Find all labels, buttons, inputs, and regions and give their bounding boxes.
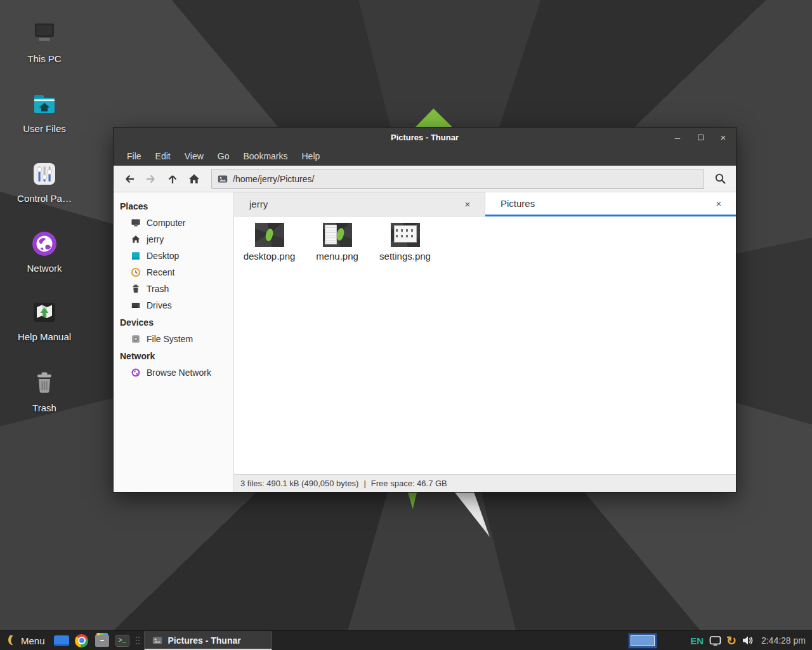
tab-pictures[interactable]: Pictures ×: [485, 192, 736, 216]
home-icon: [188, 173, 200, 184]
trash-icon: [10, 368, 79, 399]
sidebar-item-label: Desktop: [147, 251, 179, 261]
menu-bookmarks[interactable]: Bookmarks: [236, 148, 294, 164]
drive-icon: [131, 300, 141, 310]
sidebar-item-desktop[interactable]: Desktop: [114, 248, 233, 264]
sidebar-item-trash[interactable]: Trash: [114, 281, 233, 297]
sidebar-header-devices: Devices: [114, 314, 233, 331]
control-panel-icon: [10, 159, 79, 189]
image-thumbnail: [255, 223, 284, 247]
speaker-icon: [742, 635, 754, 646]
file-manager-launcher[interactable]: [92, 631, 112, 650]
sidebar-item-jerry[interactable]: jerry: [114, 231, 233, 248]
display-tray-button[interactable]: [709, 635, 721, 646]
mint-menu-icon: [5, 634, 16, 647]
sidebar-item-label: Computer: [147, 218, 185, 228]
taskbar-window-button[interactable]: Pictures - Thunar: [144, 631, 272, 650]
sidebar-item-label: Browse Network: [147, 368, 211, 378]
path-field[interactable]: /home/jerry/Pictures/: [211, 169, 704, 189]
window-mainpane: jerry × Pictures × desktop.png: [234, 192, 736, 492]
applications-menu-button[interactable]: Menu: [0, 631, 51, 650]
tab-jerry[interactable]: jerry ×: [234, 192, 485, 216]
taskbar-window-label: Pictures - Thunar: [168, 635, 241, 646]
active-workspace: [631, 635, 655, 646]
show-desktop-launcher[interactable]: [51, 631, 72, 650]
desktop-icon-help-manual[interactable]: Help Manual: [10, 297, 79, 342]
back-arrow-icon: [124, 174, 135, 184]
menu-view[interactable]: View: [178, 148, 211, 164]
sidebar-item-label: Trash: [147, 284, 169, 294]
close-button[interactable]: ×: [718, 132, 728, 142]
tasklist-grip-handle[interactable]: [133, 637, 143, 644]
window-sidebar: Places Computer jerry Desktop Recent: [114, 192, 234, 492]
image-thumbnail: [323, 223, 352, 247]
desktop-icon-this-pc[interactable]: This PC: [10, 19, 79, 64]
file-item-desktop-png[interactable]: desktop.png: [238, 223, 301, 262]
image-file-icon: [218, 175, 228, 183]
search-button[interactable]: [709, 169, 731, 189]
desktop-icon-label: Trash: [10, 402, 79, 413]
computer-icon: [131, 218, 141, 228]
tab-close-button[interactable]: ×: [462, 199, 473, 210]
terminal-launcher[interactable]: >_: [112, 631, 133, 650]
forward-arrow-icon: [145, 174, 157, 184]
file-cabinet-icon: [95, 635, 109, 647]
files-area[interactable]: desktop.png menu.png settings.png: [234, 216, 736, 474]
browser-launcher[interactable]: [72, 631, 92, 650]
system-tray: EN ↻ 2:44:28 pm: [628, 631, 812, 650]
display-icon: [709, 635, 721, 646]
sidebar-item-recent[interactable]: Recent: [114, 264, 233, 281]
thunar-window: Pictures - Thunar – × File Edit View Go …: [113, 127, 737, 493]
up-button[interactable]: [162, 169, 183, 189]
menu-file[interactable]: File: [120, 148, 148, 164]
menu-edit[interactable]: Edit: [148, 148, 178, 164]
window-controls: – ×: [672, 128, 728, 147]
maximize-button[interactable]: [695, 132, 705, 142]
desktop-icon-network[interactable]: Network: [10, 229, 79, 274]
wallpaper-logo-fragment-top: [412, 109, 453, 128]
home-icon: [131, 234, 141, 244]
clock-icon: [131, 267, 141, 277]
volume-button[interactable]: [742, 635, 754, 646]
sidebar-item-file-system[interactable]: File System: [114, 331, 233, 347]
clock[interactable]: 2:44:28 pm: [759, 635, 812, 646]
workspace-switcher[interactable]: [628, 633, 657, 649]
desktop-icon-label: Help Manual: [10, 331, 79, 342]
file-name: menu.png: [306, 251, 369, 262]
desktop-wallpaper: This PC User Files Control Pa…: [0, 0, 812, 650]
computer-icon: [10, 19, 79, 50]
forward-button[interactable]: [140, 169, 162, 189]
tab-close-button[interactable]: ×: [713, 198, 724, 209]
sidebar-item-label: Recent: [147, 267, 174, 277]
sidebar-item-computer[interactable]: Computer: [114, 215, 233, 231]
update-manager-button[interactable]: ↻: [726, 635, 737, 647]
home-button[interactable]: [183, 169, 205, 189]
tab-label: jerry: [249, 199, 268, 209]
desktop-icon-label: This PC: [10, 53, 79, 64]
show-desktop-icon: [54, 635, 69, 646]
tab-label: Pictures: [501, 198, 535, 209]
desktop-icon-label: Control Pa…: [10, 193, 79, 204]
sidebar-item-drives[interactable]: Drives: [114, 297, 233, 314]
menu-help[interactable]: Help: [295, 148, 327, 164]
window-title: Pictures - Thunar: [391, 133, 459, 142]
image-thumbnail: [391, 223, 420, 247]
file-item-settings-png[interactable]: settings.png: [374, 223, 436, 262]
maximize-icon: [698, 135, 704, 140]
desktop-icon-control-panel[interactable]: Control Pa…: [10, 159, 79, 204]
tab-bar: jerry × Pictures ×: [234, 192, 736, 216]
menu-go[interactable]: Go: [211, 148, 237, 164]
terminal-icon: >_: [115, 635, 129, 647]
back-button[interactable]: [119, 169, 140, 189]
sidebar-item-label: File System: [147, 334, 193, 344]
file-item-menu-png[interactable]: menu.png: [306, 223, 369, 262]
minimize-button[interactable]: –: [672, 132, 683, 142]
desktop-icon-trash[interactable]: Trash: [10, 368, 79, 413]
chrome-browser-icon: [75, 634, 88, 647]
window-menubar: File Edit View Go Bookmarks Help: [114, 147, 736, 166]
sidebar-item-browse-network[interactable]: Browse Network: [114, 364, 233, 381]
window-titlebar[interactable]: Pictures - Thunar – ×: [114, 128, 736, 147]
keyboard-layout-indicator[interactable]: EN: [690, 635, 704, 646]
desktop-icon-user-files[interactable]: User Files: [10, 89, 79, 134]
home-folder-icon: [10, 89, 79, 119]
